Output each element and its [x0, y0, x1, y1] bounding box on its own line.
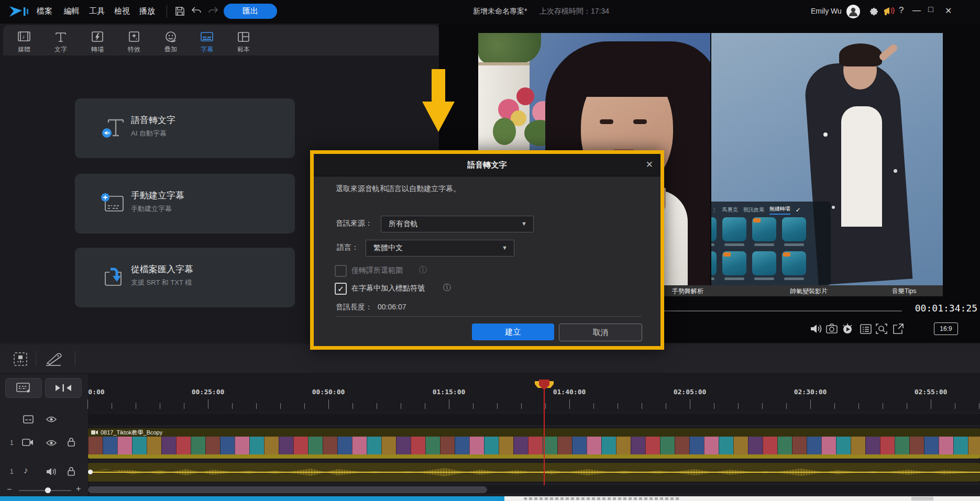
user-name[interactable]: Emily Wu: [811, 7, 842, 15]
ruler-tick: [425, 403, 425, 409]
ruler-tick: [738, 403, 739, 409]
ruler-tick: [714, 403, 714, 409]
tab-templates[interactable]: 範本: [228, 29, 259, 55]
preview-timecode: 00:01:34:25: [915, 303, 977, 314]
ruler-tick: [931, 399, 931, 409]
redo-icon[interactable]: [207, 6, 219, 16]
timeline-zoom-slider-handle[interactable]: [45, 487, 51, 493]
tab-text[interactable]: 文字: [45, 29, 76, 55]
subtitle-track-icon: [23, 415, 34, 424]
audio-track-volume-icon[interactable]: [46, 467, 57, 476]
timeline-zoom-out-icon[interactable]: −: [7, 485, 12, 494]
ruler-tick: [545, 403, 546, 409]
export-button[interactable]: 匯出: [224, 4, 277, 19]
tab-label: 文字: [54, 45, 67, 54]
card-title: 手動建立字幕: [131, 190, 184, 202]
menu-play[interactable]: 播放: [139, 6, 155, 16]
close-window-icon[interactable]: ✕: [945, 6, 952, 16]
menu-tools[interactable]: 工具: [89, 6, 105, 16]
ruler-tick: [208, 399, 208, 409]
tab-transitions[interactable]: 轉場: [82, 29, 113, 55]
menu-edit[interactable]: 編輯: [64, 6, 80, 16]
dialog-title-bar[interactable]: 語音轉文字 ✕: [314, 154, 660, 176]
timeline-zoom-in-icon[interactable]: +: [76, 484, 81, 494]
audio-source-value: 所有音軌: [389, 219, 418, 229]
subtitle-track-lane[interactable]: [88, 414, 980, 425]
cancel-button[interactable]: 取消: [559, 324, 642, 341]
menu-file[interactable]: 檔案: [37, 6, 52, 16]
track-manager-icon[interactable]: [13, 351, 28, 367]
toolbar-separator: [167, 5, 167, 18]
language-dropdown[interactable]: 繁體中文 ▼: [366, 240, 514, 257]
transcribe-selected-range-checkbox[interactable]: [335, 265, 347, 277]
volume-icon[interactable]: [809, 322, 823, 336]
zoom-preview-icon[interactable]: [875, 322, 888, 336]
card-import-subtitle[interactable]: 從檔案匯入字幕 支援 SRT 和 TXT 檔: [75, 248, 295, 307]
playhead-line[interactable]: [544, 383, 545, 485]
tab-overlays[interactable]: 疊加: [155, 29, 186, 55]
subtitle-track-visibility-eye-icon[interactable]: [46, 415, 57, 424]
split-trim-button[interactable]: [45, 378, 82, 398]
add-punctuation-label: 在字幕中加入標點符號: [351, 284, 425, 293]
avatar[interactable]: [845, 4, 861, 19]
video-clip[interactable]: 0817_Tiktok教學_Bcopy: [88, 428, 980, 459]
ruler-tick: [955, 403, 955, 409]
razor-split-icon[interactable]: [44, 352, 63, 366]
ruler-tick: [907, 403, 907, 409]
video-track-number: 1: [10, 439, 14, 447]
timeline-panel: 0:00 00:25:00 00:50:00 01:15:00 01:40:00…: [0, 343, 980, 496]
add-punctuation-checkbox[interactable]: ✓: [335, 283, 347, 295]
audio-clip-handle[interactable]: [88, 470, 93, 474]
detach-window-icon[interactable]: [891, 322, 905, 336]
video-track-visibility-eye-icon[interactable]: [46, 439, 57, 447]
create-button[interactable]: 建立: [472, 324, 554, 340]
card-manual-subtitle[interactable]: 手動建立字幕 手動建立字幕: [75, 174, 295, 233]
tab-label: 特效: [128, 45, 140, 54]
maximize-icon[interactable]: □: [928, 5, 933, 14]
transcribe-selected-range-label: 僅轉譯所選範圍: [351, 266, 403, 275]
video-track-lock-icon[interactable]: [67, 437, 75, 447]
add-subtitle-button[interactable]: [5, 378, 42, 398]
ruler-tick: [112, 403, 112, 409]
tutorial-arrow-icon: [421, 69, 456, 133]
ruler-tick: [304, 403, 305, 409]
playlist-icon[interactable]: [859, 322, 873, 336]
save-icon[interactable]: [174, 6, 185, 17]
aspect-ratio-badge[interactable]: 16:9: [934, 322, 958, 335]
megaphone-icon[interactable]: [883, 5, 897, 17]
tab-media[interactable]: ♪ 媒體: [8, 29, 40, 55]
snapshot-camera-icon[interactable]: [825, 322, 839, 336]
manual-subtitle-icon: [101, 192, 125, 215]
project-title: 新增未命名專案*: [473, 7, 527, 16]
card-speech-to-text[interactable]: 語音轉文字 AI 自動字幕: [75, 98, 295, 158]
settings-gear-icon[interactable]: [867, 5, 879, 17]
ruler-label: 0:00: [88, 388, 104, 396]
audio-clip[interactable]: [88, 463, 980, 482]
undo-icon[interactable]: [191, 6, 202, 16]
ruler-tick: [87, 399, 88, 409]
info-icon[interactable]: ⓘ: [443, 283, 451, 293]
ruler-tick: [328, 399, 329, 409]
timeline-scrollbar-thumb[interactable]: [88, 486, 487, 493]
dropdown-arrow-icon: ▼: [521, 220, 527, 227]
language-value: 繁體中文: [373, 243, 403, 253]
speech-to-text-dialog: 語音轉文字 ✕ 選取來源音軌和語言以自動建立字幕。 音訊來源： 所有音軌 ▼ 語…: [310, 150, 664, 350]
caption-gesture-analysis: 手勢舞解析: [672, 287, 703, 296]
preview-quality-icon[interactable]: [841, 322, 854, 336]
ruler-tick: [690, 399, 690, 409]
ruler-tick: [256, 403, 257, 409]
info-icon[interactable]: ⓘ: [419, 265, 427, 275]
help-icon[interactable]: ?: [899, 5, 904, 16]
audio-source-label: 音訊來源：: [336, 219, 372, 228]
tab-effects[interactable]: 特效: [118, 29, 150, 55]
ruler-label: 00:50:00: [312, 388, 345, 396]
tab-subtitles[interactable]: 字幕: [191, 29, 223, 55]
speech-to-text-icon: [101, 117, 125, 140]
audio-source-dropdown[interactable]: 所有音軌 ▼: [381, 216, 534, 232]
dialog-close-icon[interactable]: ✕: [646, 159, 653, 170]
overlay-more-icon: ⋮: [712, 207, 717, 213]
menu-view[interactable]: 檢視: [114, 6, 130, 16]
audio-track-lock-icon[interactable]: [67, 466, 75, 476]
minimize-icon[interactable]: —: [912, 6, 921, 15]
last-saved-time: 上次存檔時間：17:34: [539, 7, 609, 16]
